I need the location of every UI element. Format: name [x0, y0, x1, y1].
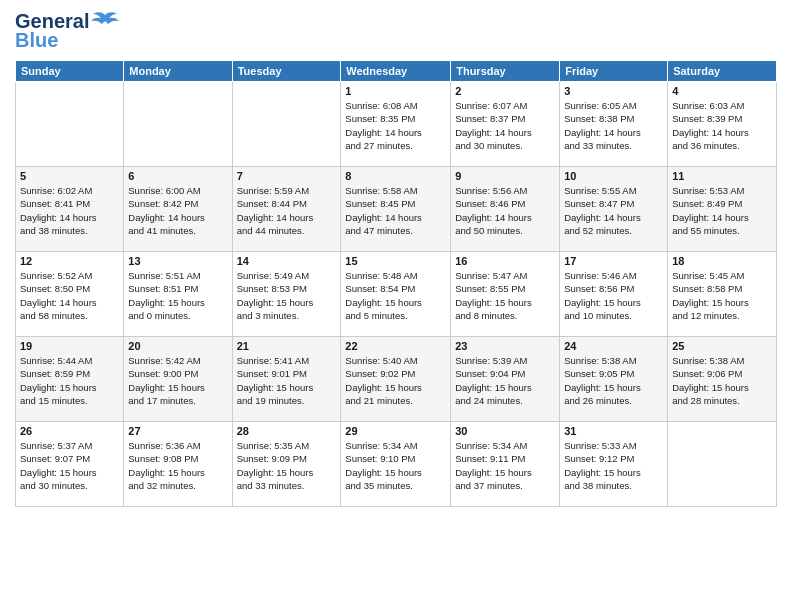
- day-number: 24: [564, 340, 663, 352]
- day-number: 9: [455, 170, 555, 182]
- day-info: Sunrise: 5:53 AM Sunset: 8:49 PM Dayligh…: [672, 184, 772, 237]
- calendar-week-5: 26Sunrise: 5:37 AM Sunset: 9:07 PM Dayli…: [16, 422, 777, 507]
- calendar-cell: 30Sunrise: 5:34 AM Sunset: 9:11 PM Dayli…: [451, 422, 560, 507]
- logo-blue-text: Blue: [15, 29, 58, 52]
- day-info: Sunrise: 5:58 AM Sunset: 8:45 PM Dayligh…: [345, 184, 446, 237]
- calendar-cell: 11Sunrise: 5:53 AM Sunset: 8:49 PM Dayli…: [668, 167, 777, 252]
- day-info: Sunrise: 5:56 AM Sunset: 8:46 PM Dayligh…: [455, 184, 555, 237]
- calendar-table: SundayMondayTuesdayWednesdayThursdayFrid…: [15, 60, 777, 507]
- day-number: 2: [455, 85, 555, 97]
- day-number: 26: [20, 425, 119, 437]
- day-info: Sunrise: 6:08 AM Sunset: 8:35 PM Dayligh…: [345, 99, 446, 152]
- calendar-cell: 13Sunrise: 5:51 AM Sunset: 8:51 PM Dayli…: [124, 252, 232, 337]
- calendar-cell: 1Sunrise: 6:08 AM Sunset: 8:35 PM Daylig…: [341, 82, 451, 167]
- logo-bird-icon: [91, 11, 119, 33]
- day-info: Sunrise: 5:41 AM Sunset: 9:01 PM Dayligh…: [237, 354, 337, 407]
- calendar-cell: 14Sunrise: 5:49 AM Sunset: 8:53 PM Dayli…: [232, 252, 341, 337]
- day-info: Sunrise: 5:33 AM Sunset: 9:12 PM Dayligh…: [564, 439, 663, 492]
- day-info: Sunrise: 5:44 AM Sunset: 8:59 PM Dayligh…: [20, 354, 119, 407]
- day-number: 1: [345, 85, 446, 97]
- calendar-cell: 28Sunrise: 5:35 AM Sunset: 9:09 PM Dayli…: [232, 422, 341, 507]
- day-number: 6: [128, 170, 227, 182]
- day-number: 19: [20, 340, 119, 352]
- day-info: Sunrise: 5:35 AM Sunset: 9:09 PM Dayligh…: [237, 439, 337, 492]
- day-info: Sunrise: 5:34 AM Sunset: 9:11 PM Dayligh…: [455, 439, 555, 492]
- day-number: 27: [128, 425, 227, 437]
- day-info: Sunrise: 5:55 AM Sunset: 8:47 PM Dayligh…: [564, 184, 663, 237]
- day-number: 14: [237, 255, 337, 267]
- calendar-week-4: 19Sunrise: 5:44 AM Sunset: 8:59 PM Dayli…: [16, 337, 777, 422]
- day-info: Sunrise: 6:07 AM Sunset: 8:37 PM Dayligh…: [455, 99, 555, 152]
- day-info: Sunrise: 5:42 AM Sunset: 9:00 PM Dayligh…: [128, 354, 227, 407]
- weekday-header-row: SundayMondayTuesdayWednesdayThursdayFrid…: [16, 61, 777, 82]
- weekday-header-wednesday: Wednesday: [341, 61, 451, 82]
- weekday-header-monday: Monday: [124, 61, 232, 82]
- day-number: 21: [237, 340, 337, 352]
- day-number: 12: [20, 255, 119, 267]
- calendar-cell: 26Sunrise: 5:37 AM Sunset: 9:07 PM Dayli…: [16, 422, 124, 507]
- day-info: Sunrise: 6:00 AM Sunset: 8:42 PM Dayligh…: [128, 184, 227, 237]
- calendar-week-3: 12Sunrise: 5:52 AM Sunset: 8:50 PM Dayli…: [16, 252, 777, 337]
- day-number: 29: [345, 425, 446, 437]
- calendar-cell: [668, 422, 777, 507]
- calendar-cell: 15Sunrise: 5:48 AM Sunset: 8:54 PM Dayli…: [341, 252, 451, 337]
- day-number: 16: [455, 255, 555, 267]
- calendar-cell: 22Sunrise: 5:40 AM Sunset: 9:02 PM Dayli…: [341, 337, 451, 422]
- weekday-header-sunday: Sunday: [16, 61, 124, 82]
- header: General Blue: [15, 10, 777, 52]
- day-number: 4: [672, 85, 772, 97]
- calendar-week-2: 5Sunrise: 6:02 AM Sunset: 8:41 PM Daylig…: [16, 167, 777, 252]
- calendar-cell: 9Sunrise: 5:56 AM Sunset: 8:46 PM Daylig…: [451, 167, 560, 252]
- calendar-cell: 27Sunrise: 5:36 AM Sunset: 9:08 PM Dayli…: [124, 422, 232, 507]
- calendar-cell: 21Sunrise: 5:41 AM Sunset: 9:01 PM Dayli…: [232, 337, 341, 422]
- weekday-header-saturday: Saturday: [668, 61, 777, 82]
- weekday-header-friday: Friday: [560, 61, 668, 82]
- calendar-cell: 24Sunrise: 5:38 AM Sunset: 9:05 PM Dayli…: [560, 337, 668, 422]
- day-number: 15: [345, 255, 446, 267]
- day-number: 11: [672, 170, 772, 182]
- calendar-cell: 16Sunrise: 5:47 AM Sunset: 8:55 PM Dayli…: [451, 252, 560, 337]
- day-info: Sunrise: 5:39 AM Sunset: 9:04 PM Dayligh…: [455, 354, 555, 407]
- day-number: 28: [237, 425, 337, 437]
- day-info: Sunrise: 5:59 AM Sunset: 8:44 PM Dayligh…: [237, 184, 337, 237]
- day-number: 7: [237, 170, 337, 182]
- day-info: Sunrise: 5:36 AM Sunset: 9:08 PM Dayligh…: [128, 439, 227, 492]
- day-info: Sunrise: 6:05 AM Sunset: 8:38 PM Dayligh…: [564, 99, 663, 152]
- day-number: 31: [564, 425, 663, 437]
- calendar-cell: 2Sunrise: 6:07 AM Sunset: 8:37 PM Daylig…: [451, 82, 560, 167]
- day-info: Sunrise: 5:34 AM Sunset: 9:10 PM Dayligh…: [345, 439, 446, 492]
- day-number: 25: [672, 340, 772, 352]
- weekday-header-tuesday: Tuesday: [232, 61, 341, 82]
- day-number: 3: [564, 85, 663, 97]
- day-number: 20: [128, 340, 227, 352]
- day-info: Sunrise: 5:38 AM Sunset: 9:05 PM Dayligh…: [564, 354, 663, 407]
- day-number: 18: [672, 255, 772, 267]
- logo: General Blue: [15, 10, 119, 52]
- day-info: Sunrise: 5:37 AM Sunset: 9:07 PM Dayligh…: [20, 439, 119, 492]
- calendar-cell: [232, 82, 341, 167]
- day-info: Sunrise: 6:02 AM Sunset: 8:41 PM Dayligh…: [20, 184, 119, 237]
- calendar-cell: 10Sunrise: 5:55 AM Sunset: 8:47 PM Dayli…: [560, 167, 668, 252]
- calendar-cell: 18Sunrise: 5:45 AM Sunset: 8:58 PM Dayli…: [668, 252, 777, 337]
- page: General Blue SundayMondayTuesdayWednesda…: [0, 0, 792, 612]
- day-info: Sunrise: 5:49 AM Sunset: 8:53 PM Dayligh…: [237, 269, 337, 322]
- calendar-cell: 17Sunrise: 5:46 AM Sunset: 8:56 PM Dayli…: [560, 252, 668, 337]
- calendar-cell: 6Sunrise: 6:00 AM Sunset: 8:42 PM Daylig…: [124, 167, 232, 252]
- day-number: 8: [345, 170, 446, 182]
- calendar-cell: 3Sunrise: 6:05 AM Sunset: 8:38 PM Daylig…: [560, 82, 668, 167]
- day-number: 23: [455, 340, 555, 352]
- day-info: Sunrise: 5:46 AM Sunset: 8:56 PM Dayligh…: [564, 269, 663, 322]
- day-number: 5: [20, 170, 119, 182]
- calendar-week-1: 1Sunrise: 6:08 AM Sunset: 8:35 PM Daylig…: [16, 82, 777, 167]
- day-number: 17: [564, 255, 663, 267]
- calendar-cell: 12Sunrise: 5:52 AM Sunset: 8:50 PM Dayli…: [16, 252, 124, 337]
- calendar-cell: 31Sunrise: 5:33 AM Sunset: 9:12 PM Dayli…: [560, 422, 668, 507]
- day-info: Sunrise: 5:51 AM Sunset: 8:51 PM Dayligh…: [128, 269, 227, 322]
- weekday-header-thursday: Thursday: [451, 61, 560, 82]
- calendar-cell: [124, 82, 232, 167]
- calendar-cell: 7Sunrise: 5:59 AM Sunset: 8:44 PM Daylig…: [232, 167, 341, 252]
- day-info: Sunrise: 5:47 AM Sunset: 8:55 PM Dayligh…: [455, 269, 555, 322]
- calendar-cell: 5Sunrise: 6:02 AM Sunset: 8:41 PM Daylig…: [16, 167, 124, 252]
- calendar-cell: 4Sunrise: 6:03 AM Sunset: 8:39 PM Daylig…: [668, 82, 777, 167]
- day-info: Sunrise: 5:48 AM Sunset: 8:54 PM Dayligh…: [345, 269, 446, 322]
